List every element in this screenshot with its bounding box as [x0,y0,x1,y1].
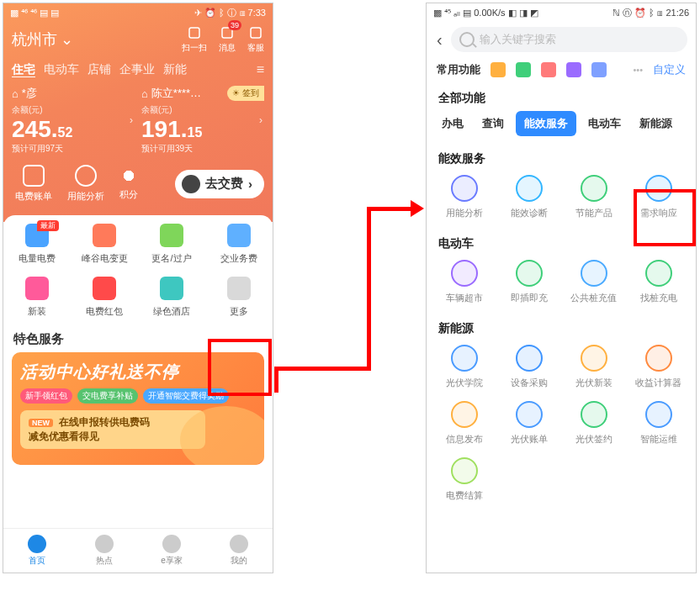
quick-bill[interactable]: 电费账单 [15,165,52,203]
feature-item[interactable]: 车辆超市 [432,260,496,304]
search-placeholder: 输入关键字搜索 [480,32,556,47]
promo-sub: NEW 在线申报转供电费码 减免优惠看得见 [20,410,205,449]
status-right: ✈ ⏰ ᛒ ⓘ ▥ 7:33 [194,7,266,19]
city-selector[interactable]: 杭州市 ⌄ [12,29,73,50]
feature-item[interactable]: 最新电量电费 [3,224,71,265]
hero-action[interactable]: 客服 [247,25,264,54]
feature-item[interactable]: 更多 [205,277,273,318]
scan-icon [187,25,202,40]
feature-icon [93,277,116,300]
feature-item[interactable]: 光伏学院 [432,345,496,389]
category-tab[interactable]: 能效服务 [516,111,576,136]
sign-in-button[interactable]: ☀ 签到 [227,86,264,101]
nav-item[interactable]: e享家 [138,529,205,573]
bill-icon [23,165,45,187]
feature-item[interactable]: 找桩充电 [626,260,691,304]
feature-panel: 最新电量电费峰谷电变更更名/过户交业务费新装电费红包绿色酒店更多 [3,215,273,323]
bot-icon [182,175,200,193]
feature-item[interactable]: 光伏签约 [561,401,626,446]
fav-icon[interactable] [566,62,581,77]
fav-icon[interactable] [591,62,607,77]
nav-item[interactable]: 我的 [205,529,273,573]
feature-item[interactable]: 光伏账单 [496,401,561,446]
category-tab[interactable]: 办电 [435,111,470,136]
favorites-row: 常用功能 ••• 自定义 [427,57,696,82]
feature-item[interactable]: 绿色酒店 [138,277,205,318]
highlight-demand-response [634,189,696,246]
quick-analysis[interactable]: 用能分析 [67,165,104,203]
nav-item[interactable]: 首页 [3,529,71,573]
points-icon [119,166,138,185]
quick-points[interactable]: 积分 [119,166,138,201]
feature-item[interactable]: 智能运维 [626,401,691,446]
tab[interactable]: 电动车 [44,62,79,77]
hero-action[interactable]: 扫一扫 [182,25,207,54]
feature-item[interactable]: 更名/过户 [138,224,205,265]
category-tab[interactable]: 新能源 [633,111,679,136]
feature-icon [93,224,116,247]
fav-more: ••• [633,65,643,75]
feature-icon [645,260,672,287]
status-bar: ▩ ⁴⁵ ₐₗₗ ▤ 0.00K/s ◧ ◨ ◩ ℕ ⓝ ⏰ ᛒ ▥ 21:26 [427,3,696,22]
tab[interactable]: 住宅 [12,62,35,77]
tab[interactable]: 店铺 [88,62,111,77]
customize-link[interactable]: 自定义 [653,62,686,77]
feature-item[interactable]: 电费红包 [71,277,138,318]
all-header: 全部功能 [427,82,696,111]
svg-rect-0 [189,28,199,38]
nav-item[interactable]: 热点 [71,529,138,573]
feature-item[interactable]: 交业务费 [205,224,273,265]
feature-item[interactable]: 节能产品 [561,175,626,219]
menu-icon[interactable]: ≡ [257,62,264,77]
category-tab[interactable]: 查询 [475,111,511,136]
balance-card[interactable]: ☀ 签到⌂陈立****…余额(元)191.15预计可用39天› [141,86,264,155]
fav-icon[interactable] [541,62,556,77]
feature-item[interactable]: 即插即充 [496,260,561,304]
feature-item[interactable]: 收益计算器 [626,345,691,389]
feature-icon [25,277,49,300]
tab[interactable]: 新能 [163,62,187,77]
feature-item[interactable]: 信息发布 [432,401,496,446]
feature-item[interactable]: 设备采购 [496,345,561,389]
feature-icon [516,260,543,287]
feature-item[interactable]: 用能分析 [432,175,496,219]
feature-item[interactable]: 能效诊断 [496,175,561,219]
status-right: ℕ ⓝ ⏰ ᛒ ▥ 21:26 [612,7,689,19]
fav-icon[interactable] [491,62,506,77]
status-left: ▩ ⁴⁶ ⁴⁶ ▤ ▤ [10,8,59,18]
category-tabs: 办电查询能效服务电动车新能源 [427,111,696,143]
promo-chip: 交电费享补贴 [77,388,138,404]
back-button[interactable]: ‹ [435,29,444,51]
status-bar: ▩ ⁴⁶ ⁴⁶ ▤ ▤ ✈ ⏰ ᛒ ⓘ ▥ 7:33 [3,3,273,22]
globe-icon [28,535,46,553]
feature-item[interactable]: 新装 [3,277,71,318]
fav-label: 常用功能 [437,62,480,77]
fav-icon[interactable] [516,62,531,77]
support-icon [248,25,263,40]
hero-action[interactable]: 39消息 [219,25,236,54]
feature-item[interactable]: 电费结算 [432,457,496,502]
chevron-right-icon: › [248,177,252,191]
arrow-head-icon [411,200,424,217]
message-icon: 39 [220,25,235,40]
feature-icon [451,345,478,372]
arrow-segment [367,207,371,371]
feature-icon [516,175,543,202]
feature-item[interactable]: 公共桩充值 [561,260,626,304]
search-icon [459,32,475,47]
feature-icon [451,260,478,287]
category-tab[interactable]: 电动车 [581,111,628,136]
feature-icon [160,277,183,300]
section-grid: 车辆超市即插即充公共桩充值找桩充电 [427,256,696,313]
home-icon: ⌂ [12,87,19,100]
feature-item[interactable]: 峰谷电变更 [71,224,138,265]
hero-area: ▩ ⁴⁶ ⁴⁶ ▤ ▤ ✈ ⏰ ᛒ ⓘ ▥ 7:33 杭州市 ⌄ 扫一扫39消息… [3,3,273,222]
feature-icon [227,277,251,300]
feature-item[interactable]: 光伏新装 [561,345,626,389]
balance-card[interactable]: ⌂*彦余额(元)245.52预计可用97天› [12,86,135,155]
feature-icon [516,401,543,428]
new-tag: NEW [29,419,53,427]
search-input[interactable]: 输入关键字搜索 [451,27,687,52]
pay-button[interactable]: 去交费 › [175,170,264,198]
tab[interactable]: 企事业 [119,62,155,77]
